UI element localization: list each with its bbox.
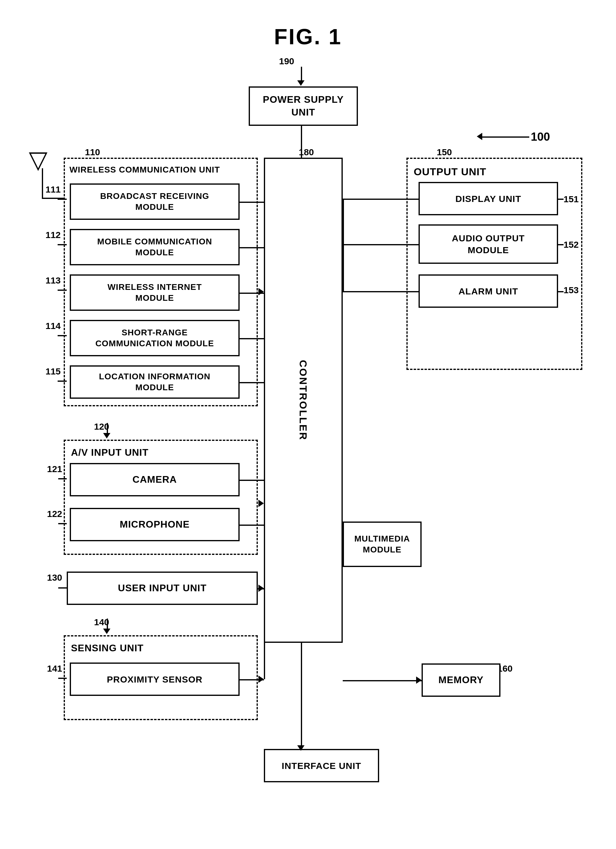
label-113: 113 [45,275,61,286]
diagram: FIG. 1 190 POWER SUPPLY UNIT 100 180 CON… [0,0,616,803]
microphone-box: MICROPHONE [70,508,240,541]
alarm-unit-box: ALARM UNIT [419,274,558,308]
controller-box: CONTROLLER [264,158,343,643]
label-152: 152 [564,240,579,250]
user-input-box: USER INPUT UNIT [67,572,258,605]
figure-title: FIG. 1 [0,6,616,61]
mobile-comm-box: MOBILE COMMUNICATION MODULE [70,229,240,265]
label-153: 153 [564,285,579,295]
short-range-box: SHORT-RANGE COMMUNICATION MODULE [70,320,240,356]
label-180: 180 [299,147,314,157]
audio-output-box: AUDIO OUTPUT MODULE [419,224,558,264]
camera-box: CAMERA [70,463,240,496]
label-100: 100 [531,130,550,143]
label-141: 141 [47,663,62,674]
label-150: 150 [437,147,452,157]
location-info-box: LOCATION INFORMATION MODULE [70,365,240,399]
memory-box: MEMORY [422,663,500,697]
label-121: 121 [47,464,62,474]
label-110: 110 [85,147,100,157]
label-130: 130 [47,572,62,583]
label-114: 114 [45,321,61,331]
wireless-internet-box: WIRELESS INTERNET MODULE [70,274,240,311]
label-111: 111 [45,184,61,195]
proximity-sensor-box: PROXIMITY SENSOR [70,663,240,696]
broadcast-box: BROADCAST RECEIVING MODULE [70,183,240,220]
multimedia-box: MULTIMEDIA MODULE [343,521,422,567]
label-122: 122 [47,509,62,519]
antenna-icon: ▽ [29,146,48,174]
label-112: 112 [45,230,61,240]
label-190: 190 [279,56,294,66]
label-115: 115 [45,366,61,377]
power-supply-box: POWER SUPPLY UNIT [249,86,358,126]
label-151: 151 [564,194,579,204]
interface-box: INTERFACE UNIT [264,749,379,782]
display-unit-box: DISPLAY UNIT [419,182,558,215]
